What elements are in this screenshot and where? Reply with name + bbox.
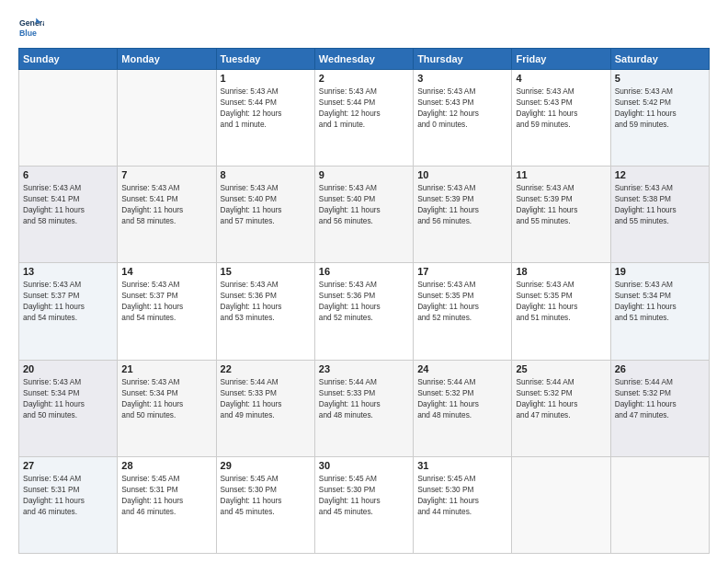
day-info: Sunrise: 5:43 AM Sunset: 5:42 PM Dayligh… xyxy=(615,86,705,130)
calendar-cell: 1Sunrise: 5:43 AM Sunset: 5:44 PM Daylig… xyxy=(216,70,314,167)
calendar-cell xyxy=(512,456,610,553)
day-number: 14 xyxy=(121,266,211,277)
calendar-cell: 27Sunrise: 5:44 AM Sunset: 5:31 PM Dayli… xyxy=(19,456,118,553)
calendar-cell: 6Sunrise: 5:43 AM Sunset: 5:41 PM Daylig… xyxy=(19,167,118,263)
day-info: Sunrise: 5:43 AM Sunset: 5:34 PM Dayligh… xyxy=(121,376,211,420)
day-info: Sunrise: 5:43 AM Sunset: 5:37 PM Dayligh… xyxy=(121,279,211,323)
calendar-cell: 8Sunrise: 5:43 AM Sunset: 5:40 PM Daylig… xyxy=(216,167,314,263)
calendar-week-row: 6Sunrise: 5:43 AM Sunset: 5:41 PM Daylig… xyxy=(19,167,710,263)
day-info: Sunrise: 5:44 AM Sunset: 5:32 PM Dayligh… xyxy=(516,376,606,420)
weekday-header: Saturday xyxy=(610,49,709,70)
calendar-cell: 3Sunrise: 5:43 AM Sunset: 5:43 PM Daylig… xyxy=(414,70,512,167)
day-number: 22 xyxy=(221,363,311,374)
calendar-header-row: SundayMondayTuesdayWednesdayThursdayFrid… xyxy=(19,49,710,70)
calendar-cell: 20Sunrise: 5:43 AM Sunset: 5:34 PM Dayli… xyxy=(19,360,118,456)
day-info: Sunrise: 5:43 AM Sunset: 5:41 PM Dayligh… xyxy=(23,182,113,226)
svg-text:Blue: Blue xyxy=(19,29,37,38)
day-info: Sunrise: 5:44 AM Sunset: 5:31 PM Dayligh… xyxy=(23,473,113,517)
day-number: 12 xyxy=(615,169,705,180)
day-info: Sunrise: 5:43 AM Sunset: 5:41 PM Dayligh… xyxy=(121,182,211,226)
day-info: Sunrise: 5:43 AM Sunset: 5:36 PM Dayligh… xyxy=(221,279,311,323)
day-number: 13 xyxy=(23,266,113,277)
day-info: Sunrise: 5:43 AM Sunset: 5:43 PM Dayligh… xyxy=(516,86,606,130)
day-number: 9 xyxy=(319,169,409,180)
calendar-cell: 29Sunrise: 5:45 AM Sunset: 5:30 PM Dayli… xyxy=(216,456,314,553)
day-info: Sunrise: 5:43 AM Sunset: 5:38 PM Dayligh… xyxy=(615,182,705,226)
svg-text:General: General xyxy=(19,18,44,28)
calendar-cell: 11Sunrise: 5:43 AM Sunset: 5:39 PM Dayli… xyxy=(512,167,610,263)
calendar-week-row: 13Sunrise: 5:43 AM Sunset: 5:37 PM Dayli… xyxy=(19,263,710,360)
calendar-cell: 10Sunrise: 5:43 AM Sunset: 5:39 PM Dayli… xyxy=(414,167,512,263)
calendar-cell: 19Sunrise: 5:43 AM Sunset: 5:34 PM Dayli… xyxy=(610,263,709,360)
day-info: Sunrise: 5:43 AM Sunset: 5:35 PM Dayligh… xyxy=(417,279,507,323)
day-number: 6 xyxy=(23,169,113,180)
calendar-cell: 5Sunrise: 5:43 AM Sunset: 5:42 PM Daylig… xyxy=(610,70,709,167)
calendar-cell: 31Sunrise: 5:45 AM Sunset: 5:30 PM Dayli… xyxy=(414,456,512,553)
day-info: Sunrise: 5:45 AM Sunset: 5:30 PM Dayligh… xyxy=(221,473,311,517)
calendar-cell: 17Sunrise: 5:43 AM Sunset: 5:35 PM Dayli… xyxy=(414,263,512,360)
day-number: 26 xyxy=(615,363,705,374)
day-info: Sunrise: 5:43 AM Sunset: 5:39 PM Dayligh… xyxy=(417,182,507,226)
day-info: Sunrise: 5:45 AM Sunset: 5:30 PM Dayligh… xyxy=(319,473,409,517)
header: General Blue xyxy=(18,15,710,40)
day-info: Sunrise: 5:44 AM Sunset: 5:33 PM Dayligh… xyxy=(319,376,409,420)
day-info: Sunrise: 5:45 AM Sunset: 5:31 PM Dayligh… xyxy=(121,473,211,517)
calendar-cell: 14Sunrise: 5:43 AM Sunset: 5:37 PM Dayli… xyxy=(118,263,216,360)
day-number: 5 xyxy=(615,73,705,84)
calendar-cell xyxy=(118,70,216,167)
weekday-header: Tuesday xyxy=(216,49,314,70)
day-number: 2 xyxy=(319,73,409,84)
calendar: SundayMondayTuesdayWednesdayThursdayFrid… xyxy=(18,48,710,554)
calendar-cell: 7Sunrise: 5:43 AM Sunset: 5:41 PM Daylig… xyxy=(118,167,216,263)
day-number: 27 xyxy=(23,460,113,471)
calendar-cell: 16Sunrise: 5:43 AM Sunset: 5:36 PM Dayli… xyxy=(314,263,413,360)
day-number: 1 xyxy=(221,73,311,84)
day-number: 28 xyxy=(121,460,211,471)
day-number: 15 xyxy=(221,266,311,277)
calendar-cell xyxy=(19,70,118,167)
weekday-header: Thursday xyxy=(414,49,512,70)
day-info: Sunrise: 5:44 AM Sunset: 5:33 PM Dayligh… xyxy=(221,376,311,420)
day-info: Sunrise: 5:44 AM Sunset: 5:32 PM Dayligh… xyxy=(615,376,705,420)
day-info: Sunrise: 5:43 AM Sunset: 5:43 PM Dayligh… xyxy=(417,86,507,130)
day-info: Sunrise: 5:45 AM Sunset: 5:30 PM Dayligh… xyxy=(417,473,507,517)
calendar-cell: 15Sunrise: 5:43 AM Sunset: 5:36 PM Dayli… xyxy=(216,263,314,360)
calendar-cell: 21Sunrise: 5:43 AM Sunset: 5:34 PM Dayli… xyxy=(118,360,216,456)
day-info: Sunrise: 5:43 AM Sunset: 5:40 PM Dayligh… xyxy=(221,182,311,226)
page: General Blue SundayMondayTuesdayWednesda… xyxy=(0,0,728,563)
day-number: 10 xyxy=(417,169,507,180)
day-info: Sunrise: 5:43 AM Sunset: 5:35 PM Dayligh… xyxy=(516,279,606,323)
calendar-week-row: 1Sunrise: 5:43 AM Sunset: 5:44 PM Daylig… xyxy=(19,70,710,167)
calendar-cell: 13Sunrise: 5:43 AM Sunset: 5:37 PM Dayli… xyxy=(19,263,118,360)
calendar-cell: 12Sunrise: 5:43 AM Sunset: 5:38 PM Dayli… xyxy=(610,167,709,263)
day-number: 7 xyxy=(121,169,211,180)
calendar-cell: 18Sunrise: 5:43 AM Sunset: 5:35 PM Dayli… xyxy=(512,263,610,360)
day-number: 29 xyxy=(221,460,311,471)
calendar-cell: 24Sunrise: 5:44 AM Sunset: 5:32 PM Dayli… xyxy=(414,360,512,456)
calendar-cell: 9Sunrise: 5:43 AM Sunset: 5:40 PM Daylig… xyxy=(314,167,413,263)
day-info: Sunrise: 5:43 AM Sunset: 5:34 PM Dayligh… xyxy=(23,376,113,420)
logo-icon: General Blue xyxy=(18,15,44,40)
day-number: 25 xyxy=(516,363,606,374)
calendar-cell: 23Sunrise: 5:44 AM Sunset: 5:33 PM Dayli… xyxy=(314,360,413,456)
day-number: 8 xyxy=(221,169,311,180)
day-number: 18 xyxy=(516,266,606,277)
day-info: Sunrise: 5:43 AM Sunset: 5:44 PM Dayligh… xyxy=(221,86,311,130)
calendar-cell: 30Sunrise: 5:45 AM Sunset: 5:30 PM Dayli… xyxy=(314,456,413,553)
day-info: Sunrise: 5:43 AM Sunset: 5:36 PM Dayligh… xyxy=(319,279,409,323)
day-number: 24 xyxy=(417,363,507,374)
day-number: 21 xyxy=(121,363,211,374)
day-number: 11 xyxy=(516,169,606,180)
calendar-cell xyxy=(610,456,709,553)
logo: General Blue xyxy=(18,15,48,40)
calendar-cell: 28Sunrise: 5:45 AM Sunset: 5:31 PM Dayli… xyxy=(118,456,216,553)
day-number: 20 xyxy=(23,363,113,374)
day-info: Sunrise: 5:43 AM Sunset: 5:44 PM Dayligh… xyxy=(319,86,409,130)
day-number: 3 xyxy=(417,73,507,84)
day-number: 17 xyxy=(417,266,507,277)
calendar-week-row: 27Sunrise: 5:44 AM Sunset: 5:31 PM Dayli… xyxy=(19,456,710,553)
calendar-cell: 2Sunrise: 5:43 AM Sunset: 5:44 PM Daylig… xyxy=(314,70,413,167)
weekday-header: Friday xyxy=(512,49,610,70)
day-number: 30 xyxy=(319,460,409,471)
day-info: Sunrise: 5:43 AM Sunset: 5:40 PM Dayligh… xyxy=(319,182,409,226)
